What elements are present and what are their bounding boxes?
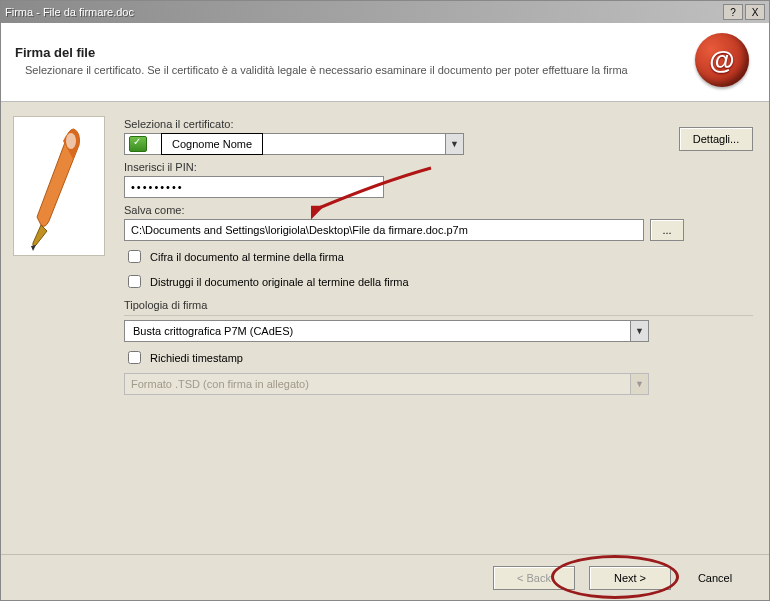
sidebar xyxy=(1,102,116,554)
certificate-icon xyxy=(129,136,147,152)
certificate-select[interactable]: ▼ Cognome Nome xyxy=(124,133,464,155)
pin-label: Inserisci il PIN: xyxy=(124,161,753,173)
page-subtitle: Selezionare il certificato. Se il certif… xyxy=(25,64,695,76)
next-button[interactable]: Next > xyxy=(589,566,671,590)
browse-button[interactable]: ... xyxy=(650,219,684,241)
sign-type-select[interactable]: Busta crittografica P7M (CAdES) ▼ xyxy=(124,320,649,342)
certificate-value-overlay: Cognome Nome xyxy=(161,133,263,155)
destroy-label: Distruggi il documento originale al term… xyxy=(150,276,409,288)
chevron-down-icon: ▼ xyxy=(445,134,463,154)
titlebar: Firma - File da firmare.doc ? X xyxy=(1,1,769,23)
cancel-button[interactable]: Cancel xyxy=(685,566,745,590)
save-path-input[interactable]: C:\Documents and Settings\lorigiola\Desk… xyxy=(124,219,644,241)
details-button[interactable]: Dettagli... xyxy=(679,127,753,151)
tsd-format-value: Formato .TSD (con firma in allegato) xyxy=(131,378,309,390)
chevron-down-icon: ▼ xyxy=(630,321,648,341)
tsd-format-select-disabled: Formato .TSD (con firma in allegato) ▼ xyxy=(124,373,649,395)
chevron-down-icon: ▼ xyxy=(630,374,648,394)
svg-point-0 xyxy=(66,133,76,149)
page-title: Firma del file xyxy=(15,45,695,60)
header: Firma del file Selezionare il certificat… xyxy=(1,23,769,102)
help-button[interactable]: ? xyxy=(723,4,743,20)
certificate-label: Seleziona il certificato: xyxy=(124,118,753,130)
timestamp-checkbox[interactable] xyxy=(128,351,141,364)
encrypt-checkbox[interactable] xyxy=(128,250,141,263)
save-as-label: Salva come: xyxy=(124,204,753,216)
signing-dialog: Firma - File da firmare.doc ? X Firma de… xyxy=(0,0,770,601)
sign-type-value: Busta crittografica P7M (CAdES) xyxy=(129,325,630,337)
destroy-checkbox[interactable] xyxy=(128,275,141,288)
wax-seal-icon: @ xyxy=(695,33,749,87)
pin-input[interactable]: ••••••••• xyxy=(124,176,384,198)
close-button[interactable]: X xyxy=(745,4,765,20)
timestamp-label: Richiedi timestamp xyxy=(150,352,243,364)
encrypt-label: Cifra il documento al termine della firm… xyxy=(150,251,344,263)
pen-illustration xyxy=(13,116,105,256)
back-button: < Back xyxy=(493,566,575,590)
sign-type-label: Tipologia di firma xyxy=(124,299,753,311)
window-title: Firma - File da firmare.doc xyxy=(5,6,723,18)
wizard-footer: < Back Next > Cancel xyxy=(1,554,769,600)
